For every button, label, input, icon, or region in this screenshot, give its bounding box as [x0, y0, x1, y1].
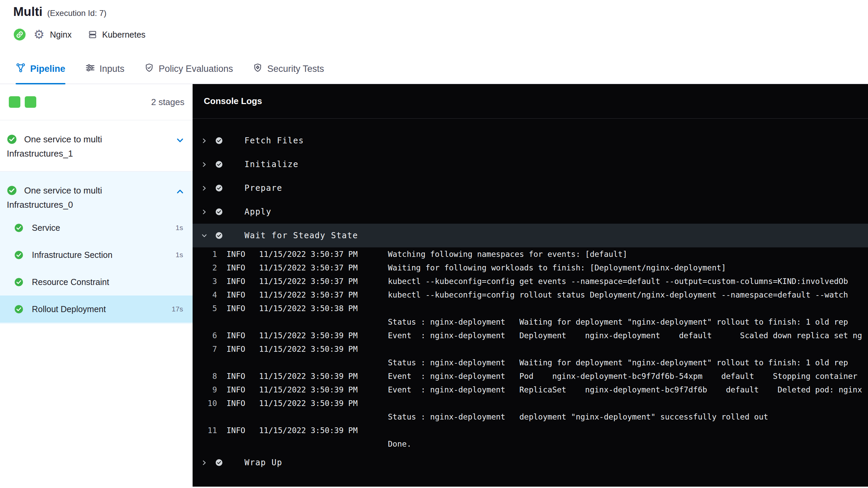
console-panel: Console Logs Fetch Files Initialize — [193, 84, 868, 487]
log-message: Status : nginx-deployment Waiting for de… — [388, 358, 868, 367]
log-message: kubectl --kubeconfig=config get events -… — [388, 277, 868, 286]
log-timestamp: 11/15/2022 3:50:37 PM — [259, 290, 388, 299]
stage-one-service-to-multi-infrastructures-1[interactable]: One service to multi Infrastructures_1 — [0, 120, 193, 171]
step-resource-constraint[interactable]: Resource Constraint — [0, 268, 193, 296]
chevron-right-icon — [201, 138, 208, 144]
log-level: INFO — [226, 331, 250, 340]
chevron-down-icon[interactable] — [176, 136, 184, 146]
tab-security-tests[interactable]: Security Tests — [253, 54, 324, 84]
success-check-icon — [7, 187, 19, 198]
log-timestamp: 11/15/2022 3:50:37 PM — [259, 277, 388, 286]
log-message: Event : nginx-deployment Deployment ngin… — [388, 331, 868, 340]
console-body: Fetch Files Initialize Prepare — [193, 119, 868, 474]
log-timestamp: 11/15/2022 3:50:37 PM — [259, 263, 388, 272]
service-link-icon — [13, 28, 26, 41]
log-line: 1INFO11/15/2022 3:50:37 PMWatching follo… — [193, 247, 868, 261]
tab-policy-evaluations-label: Policy Evaluations — [159, 64, 233, 74]
stage-count: 2 stages — [151, 97, 184, 107]
log-line: 6INFO11/15/2022 3:50:39 PMEvent : nginx-… — [193, 329, 868, 342]
chevron-up-icon[interactable] — [176, 187, 184, 197]
step-infrastructure-section[interactable]: Infrastructure Section 1s — [0, 241, 193, 268]
log-message: Watching following namespaces for events… — [388, 250, 868, 259]
stages-sidebar: 2 stages One service to multi Infrastruc… — [0, 84, 193, 487]
log-message: Status : nginx-deployment Waiting for de… — [388, 318, 868, 326]
log-level: INFO — [226, 399, 250, 408]
shield-check-icon — [144, 63, 154, 75]
log-section-initialize[interactable]: Initialize — [193, 152, 868, 176]
log-timestamp: 11/15/2022 3:50:39 PM — [259, 331, 388, 340]
service-name: Nginx — [50, 30, 72, 40]
log-line-number: 10 — [193, 399, 217, 408]
log-line: 10INFO11/15/2022 3:50:39 PM — [193, 396, 868, 410]
log-section-title: Prepare — [244, 183, 282, 193]
main-content: 2 stages One service to multi Infrastruc… — [0, 84, 868, 487]
stage-one-service-to-multi-infrastructures-0[interactable]: One service to multi Infrastructures_0 — [0, 171, 193, 214]
pipeline-icon — [16, 63, 26, 75]
step-success-check-icon — [215, 208, 223, 216]
step-rollout-deployment[interactable]: Rollout Deployment 17s — [0, 296, 193, 323]
log-section-wait-for-steady-state[interactable]: Wait for Steady State — [193, 224, 868, 247]
log-level: INFO — [226, 372, 250, 381]
log-section-title: Initialize — [244, 160, 299, 169]
success-check-icon — [14, 223, 23, 232]
environment-name: Kubernetes — [102, 30, 145, 40]
success-check-icon — [7, 136, 19, 146]
log-section-wrap-up[interactable]: Wrap Up — [193, 451, 868, 474]
log-level: INFO — [226, 385, 250, 394]
log-line: 9INFO11/15/2022 3:50:39 PMEvent : nginx-… — [193, 383, 868, 396]
kubernetes-infrastructure-icon — [88, 30, 97, 39]
log-section-title: Wait for Steady State — [244, 231, 358, 240]
log-line: 4INFO11/15/2022 3:50:37 PMkubectl --kube… — [193, 288, 868, 302]
chevron-right-icon — [201, 460, 208, 466]
log-message: Status : nginx-deployment deployment "ng… — [388, 412, 868, 421]
log-line: 11INFO11/15/2022 3:50:39 PM — [193, 424, 868, 437]
tab-policy-evaluations[interactable]: Policy Evaluations — [144, 54, 233, 84]
log-timestamp: 11/15/2022 3:50:39 PM — [259, 426, 388, 435]
log-timestamp: 11/15/2022 3:50:39 PM — [259, 399, 388, 408]
shield-gear-icon — [253, 63, 263, 75]
stage-name: One service to multi Infrastructures_1 — [7, 134, 102, 159]
log-level: INFO — [226, 250, 250, 259]
log-level: INFO — [226, 277, 250, 286]
log-level: INFO — [226, 304, 250, 313]
log-line-number: 4 — [193, 290, 217, 299]
log-line: 3INFO11/15/2022 3:50:37 PMkubectl --kube… — [193, 274, 868, 288]
inputs-icon — [85, 63, 95, 75]
stage-label: One service to multi Infrastructures_1 — [7, 133, 167, 160]
log-line-number: 9 — [193, 385, 217, 394]
log-line: 8INFO11/15/2022 3:50:39 PMEvent : nginx-… — [193, 369, 868, 383]
tab-security-tests-label: Security Tests — [267, 64, 324, 74]
log-section-title: Fetch Files — [244, 136, 304, 145]
log-message: Event : nginx-deployment ReplicaSet ngin… — [388, 385, 868, 394]
log-section-fetch-files[interactable]: Fetch Files — [193, 129, 868, 152]
log-line-number: 8 — [193, 372, 217, 381]
log-line-number: 6 — [193, 331, 217, 340]
page-title: Multi — [13, 5, 42, 19]
step-success-check-icon — [215, 459, 223, 466]
step-duration: 1s — [176, 251, 183, 259]
tab-pipeline-label: Pipeline — [30, 64, 65, 74]
log-section-title: Apply — [244, 207, 272, 217]
log-line-number: 7 — [193, 345, 217, 353]
log-section-apply[interactable]: Apply — [193, 200, 868, 224]
log-section-prepare[interactable]: Prepare — [193, 176, 868, 200]
log-timestamp: 11/15/2022 3:50:38 PM — [259, 304, 388, 313]
log-level: INFO — [226, 263, 250, 272]
log-line-number: 1 — [193, 250, 217, 259]
execution-id: (Execution Id: 7) — [47, 8, 106, 18]
log-message: Done. — [388, 440, 868, 448]
success-check-icon — [14, 250, 23, 260]
header: Multi (Execution Id: 7) ⚙ Nginx Kubernet… — [0, 0, 868, 42]
tab-pipeline[interactable]: Pipeline — [16, 54, 65, 84]
chevron-right-icon — [201, 209, 208, 215]
expanded-stage-container: One service to multi Infrastructures_0 S… — [0, 171, 193, 324]
log-message: Event : nginx-deployment Pod nginx-deplo… — [388, 372, 868, 381]
step-success-check-icon — [215, 184, 223, 192]
step-service[interactable]: Service 1s — [0, 214, 193, 241]
tab-inputs[interactable]: Inputs — [85, 54, 125, 84]
log-line-continuation: Done. — [193, 437, 868, 451]
log-level: INFO — [226, 345, 250, 353]
execution-tabbar: Pipeline Inputs Policy Evaluations Secur… — [0, 54, 868, 84]
step-success-check-icon — [215, 161, 223, 168]
log-section-title: Wrap Up — [244, 458, 282, 467]
